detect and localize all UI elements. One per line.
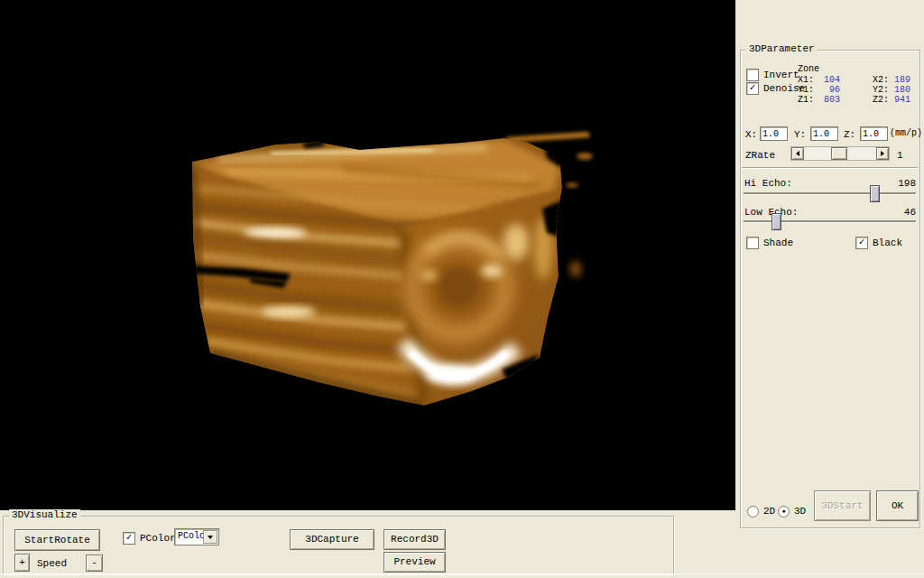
z-scale-label: Z:: [844, 129, 855, 140]
mode-3d-label: 3D: [794, 506, 806, 517]
zone-x2-value: 189: [883, 75, 910, 85]
pcolor-select-arrow[interactable]: [203, 530, 217, 544]
3dstart-button[interactable]: 3DStart: [814, 490, 871, 521]
zrate-left-arrow[interactable]: [791, 147, 804, 160]
mode-2d-radio[interactable]: [747, 506, 759, 517]
hi-echo-slider-thumb[interactable]: [870, 185, 880, 202]
pcolor-label: PColor: [140, 533, 176, 544]
zone-y1-value: 96: [813, 85, 840, 95]
x-scale-label: X:: [745, 129, 757, 140]
mode-2d-label: 2D: [763, 506, 775, 517]
zrate-label: ZRate: [745, 150, 775, 161]
invert-row: Invert: [746, 69, 799, 81]
z-scale-input[interactable]: [860, 126, 888, 141]
low-echo-slider[interactable]: [744, 213, 917, 229]
render-viewport[interactable]: [0, 0, 735, 510]
invert-checkbox[interactable]: [746, 69, 759, 81]
panel-divider: [742, 167, 918, 169]
parameter-group-title: 3DParameter: [746, 43, 818, 54]
hi-echo-slider[interactable]: [744, 185, 917, 201]
pcolor-select[interactable]: PColor: [174, 528, 219, 545]
parameter-groupbox: 3DParameter Invert ✓ Denoise Zone X1: 10…: [740, 50, 920, 528]
x-scale-input[interactable]: [760, 126, 788, 141]
left-arrow-icon: [796, 151, 799, 156]
speed-minus-button[interactable]: -: [86, 555, 103, 572]
shade-row: Shade: [746, 237, 793, 249]
low-echo-slider-track[interactable]: [744, 220, 917, 223]
preview-button[interactable]: Preview: [383, 552, 446, 573]
window-bottom-edge: [0, 573, 924, 574]
zrate-value: 1: [897, 150, 903, 161]
zrate-scrollbar-thumb[interactable]: [831, 147, 847, 160]
mode-3d-row: ● 3D: [778, 506, 806, 517]
black-checkbox[interactable]: ✓: [855, 237, 868, 249]
chevron-down-icon: [208, 536, 213, 539]
zrate-scrollbar[interactable]: [790, 146, 890, 161]
zone-z1-value: 803: [813, 95, 840, 105]
denoise-checkbox[interactable]: ✓: [746, 82, 759, 95]
scale-unit-label: (mm/p): [890, 128, 922, 138]
right-arrow-icon: [881, 151, 884, 156]
zone-label: Zone: [798, 64, 819, 74]
visualize-groupbox: 3DVisualize StartRotate + Speed - ✓ PCol…: [3, 516, 674, 574]
ok-button[interactable]: OK: [876, 490, 919, 521]
zone-z2-value: 941: [883, 95, 910, 105]
zone-z1-label: Z1:: [798, 95, 814, 105]
record3d-button[interactable]: Record3D: [383, 529, 446, 550]
shade-checkbox[interactable]: [746, 237, 759, 249]
volume-render: [0, 0, 735, 510]
denoise-row: ✓ Denoise: [746, 82, 805, 95]
zone-x1-value: 104: [813, 75, 840, 85]
zone-x1-label: X1:: [798, 75, 814, 85]
visualize-group-title: 3DVisualize: [9, 509, 80, 520]
hi-echo-slider-track[interactable]: [744, 192, 917, 195]
start-rotate-button[interactable]: StartRotate: [14, 529, 100, 551]
y-scale-input[interactable]: [810, 126, 838, 141]
low-echo-slider-thumb[interactable]: [772, 213, 781, 230]
ultrasound-3d-app: 3DParameter Invert ✓ Denoise Zone X1: 10…: [0, 0, 924, 578]
invert-label: Invert: [763, 70, 799, 80]
mode-3d-radio[interactable]: ●: [778, 506, 790, 517]
black-row: ✓ Black: [855, 237, 902, 249]
3dcapture-button[interactable]: 3DCapture: [290, 529, 374, 550]
shade-label: Shade: [763, 238, 793, 248]
pcolor-checkbox[interactable]: ✓: [123, 532, 135, 545]
y-scale-label: Y:: [794, 129, 806, 140]
zone-y1-label: Y1:: [798, 85, 814, 95]
mode-2d-row: 2D: [747, 506, 775, 517]
zrate-right-arrow[interactable]: [876, 147, 889, 160]
pcolor-row: ✓ PColor: [123, 532, 176, 545]
speed-label: Speed: [37, 558, 67, 569]
speed-plus-button[interactable]: +: [14, 554, 30, 572]
zone-y2-value: 180: [883, 85, 910, 95]
black-label: Black: [873, 238, 902, 248]
